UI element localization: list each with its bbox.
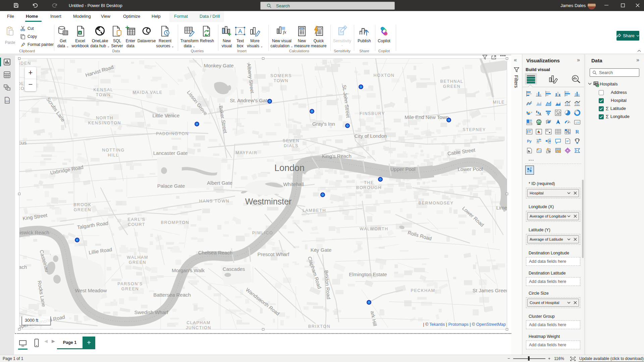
svg-text:123: 123 <box>575 121 579 124</box>
svg-text:Py: Py <box>527 139 532 143</box>
svg-text:R: R <box>576 129 579 134</box>
svg-text:fx: fx <box>283 29 286 35</box>
svg-text:A: A <box>238 28 242 35</box>
svg-text:X: X <box>79 31 81 35</box>
svg-text:DAX: DAX <box>5 100 9 102</box>
svg-text:123: 123 <box>537 150 541 152</box>
svg-text:...: ... <box>529 157 534 162</box>
